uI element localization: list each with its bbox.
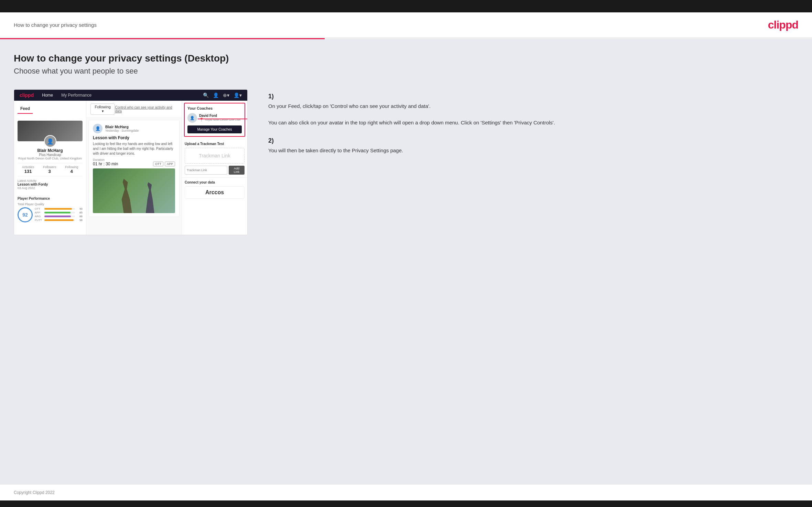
profile-section: 👤 Blair McHarg Plus Handicap Royal North…	[18, 117, 83, 193]
logo: clippd	[768, 19, 798, 31]
post-author-info: Blair McHarg Yesterday · Sunningdale	[105, 125, 139, 132]
app-mockup: clippd Home My Performance 🔍 👤 ⊕▾ 👤▾ Fee…	[14, 89, 248, 235]
coaches-annotation-box: Your Coaches 👤 David Ford 📍 Royal North …	[184, 103, 245, 137]
arccos-logo: Arccos	[185, 186, 245, 199]
tpq-bar-fill	[44, 216, 71, 217]
coach-avatar: 👤	[187, 113, 197, 123]
app-feed: Following ▾ Control who can see your act…	[86, 101, 182, 235]
tpq-bar-value: 86	[76, 215, 83, 218]
tpq-circle: 92	[18, 207, 33, 222]
profile-avatar: 👤	[44, 135, 56, 147]
step2-number: 2)	[268, 137, 798, 144]
following-button[interactable]: Following ▾	[90, 103, 115, 115]
post-author-name: Blair McHarg	[105, 125, 139, 129]
nav-icons: 🔍 👤 ⊕▾ 👤▾	[203, 92, 242, 98]
player-performance-section: Player Performance Total Player Quality …	[18, 197, 83, 222]
activities-label: Activities	[22, 165, 34, 169]
tpq-bar-value: 90	[76, 207, 83, 210]
annotation-line	[198, 119, 247, 119]
profile-name: Blair McHarg	[18, 148, 83, 153]
nav-item-performance[interactable]: My Performance	[61, 93, 91, 98]
trackman-placeholder: Trackman Link	[185, 148, 245, 164]
add-link-button[interactable]: Add Link	[229, 166, 245, 175]
footer: Copyright Clippd 2022	[0, 484, 812, 500]
coaches-section: Your Coaches 👤 David Ford 📍 Royal North …	[185, 103, 245, 136]
tpq-bars: OTT 90 APP 85 ARG 86 PUTT 96	[35, 207, 83, 222]
article-heading: How to change your privacy settings (Des…	[14, 53, 798, 64]
latest-activity-name: Lesson with Fordy	[18, 183, 83, 186]
tpq-bar-track	[44, 216, 75, 217]
instruction-step-1: 1) On your Feed, click/tap on 'Control w…	[268, 93, 798, 127]
trackman-input-row: Add Link	[185, 166, 245, 175]
step1-text: On your Feed, click/tap on 'Control who …	[268, 102, 798, 127]
top-bar	[0, 0, 812, 12]
post-description: Looking to feel like my hands are exitin…	[93, 142, 175, 156]
app-nav-logo: clippd	[20, 92, 34, 98]
profile-stats: Activities 131 Followers 3 Following 4	[18, 163, 83, 176]
tpq-bar-row: OTT 90	[35, 207, 83, 210]
stat-followers: Followers 3	[43, 165, 56, 174]
coach-row: 👤 David Ford 📍 Royal North Devon Golf Cl…	[187, 113, 242, 123]
trackman-input[interactable]	[185, 166, 227, 175]
page-title: How to change your privacy settings	[14, 22, 97, 28]
manage-coaches-button[interactable]: Manage Your Coaches	[187, 125, 242, 133]
main-content: How to change your privacy settings (Des…	[0, 39, 812, 484]
instructions-panel: 1) On your Feed, click/tap on 'Control w…	[261, 89, 798, 165]
demo-instructions-layout: clippd Home My Performance 🔍 👤 ⊕▾ 👤▾ Fee…	[14, 89, 798, 235]
latest-activity-label: Latest Activity	[18, 179, 83, 183]
post-duration-value: 01 hr : 30 min	[93, 162, 118, 166]
tpq-bar-row: ARG 86	[35, 215, 83, 218]
tpq-label: Total Player Quality	[18, 202, 83, 206]
app-right-panel: Your Coaches 👤 David Ford 📍 Royal North …	[182, 101, 247, 235]
tpq-bar-row: APP 85	[35, 211, 83, 214]
user-icon[interactable]: 👤	[213, 92, 219, 98]
golfer-silhouette-2	[141, 182, 159, 213]
tag-app: APP	[165, 162, 175, 166]
post-author-row: 👤 Blair McHarg Yesterday · Sunningdale	[93, 124, 175, 133]
post-avatar: 👤	[93, 124, 102, 133]
tpq-bar-fill	[44, 219, 74, 221]
followers-label: Followers	[43, 165, 56, 169]
tpq-bar-fill	[44, 208, 72, 210]
latest-activity-date: 03 Aug 2022	[18, 186, 83, 190]
location-icon: 📍	[199, 118, 204, 122]
app-sidebar: Feed 👤 Blair McHarg Plus Handicap Royal …	[14, 101, 86, 235]
player-perf-title: Player Performance	[18, 197, 83, 200]
stat-activities: Activities 131	[22, 165, 34, 174]
feed-post: 👤 Blair McHarg Yesterday · Sunningdale L…	[88, 120, 180, 217]
app-nav: clippd Home My Performance 🔍 👤 ⊕▾ 👤▾	[14, 90, 247, 101]
plus-icon[interactable]: ⊕▾	[223, 92, 229, 98]
post-tags: OTT APP	[153, 162, 175, 166]
post-image	[93, 168, 175, 213]
tag-ott: OTT	[153, 162, 163, 166]
header: How to change your privacy settings clip…	[0, 12, 812, 38]
tpq-bar-value: 85	[76, 211, 83, 214]
trackman-title: Upload a Trackman Test	[185, 142, 245, 146]
tpq-bar-label: OTT	[35, 207, 43, 210]
avatar-icon[interactable]: 👤▾	[234, 92, 242, 98]
post-duration-row: 01 hr : 30 min OTT APP	[93, 162, 175, 166]
nav-item-home[interactable]: Home	[42, 93, 53, 98]
feed-tab[interactable]: Feed	[18, 104, 33, 114]
feed-header: Following ▾ Control who can see your act…	[86, 101, 182, 118]
tpq-bar-label: APP	[35, 211, 43, 214]
bottom-bar	[0, 500, 812, 507]
post-author-meta: Yesterday · Sunningdale	[105, 129, 139, 132]
golfer-silhouette-1	[118, 179, 138, 213]
control-link[interactable]: Control who can see your activity and da…	[115, 106, 177, 113]
activities-value: 131	[22, 169, 34, 174]
app-body: Feed 👤 Blair McHarg Plus Handicap Royal …	[14, 101, 247, 235]
post-duration-label: Duration	[93, 158, 175, 162]
trackman-section: Upload a Trackman Test Trackman Link Add…	[182, 139, 247, 177]
tpq-bar-label: ARG	[35, 215, 43, 218]
coach-club-row: 📍 Royal North Devon Golf Club	[199, 118, 240, 122]
coach-info: David Ford 📍 Royal North Devon Golf Club	[199, 114, 240, 122]
article-subheading: Choose what you want people to see	[14, 67, 798, 76]
tpq-bar-value: 96	[76, 219, 83, 222]
search-icon[interactable]: 🔍	[203, 92, 209, 98]
tpq-row: 92 OTT 90 APP 85 ARG 86 PUTT 9	[18, 207, 83, 222]
stat-following: Following 4	[65, 165, 78, 174]
profile-handicap: Plus Handicap	[18, 153, 83, 157]
post-title: Lesson with Fordy	[93, 135, 175, 140]
profile-background: 👤	[18, 121, 83, 141]
